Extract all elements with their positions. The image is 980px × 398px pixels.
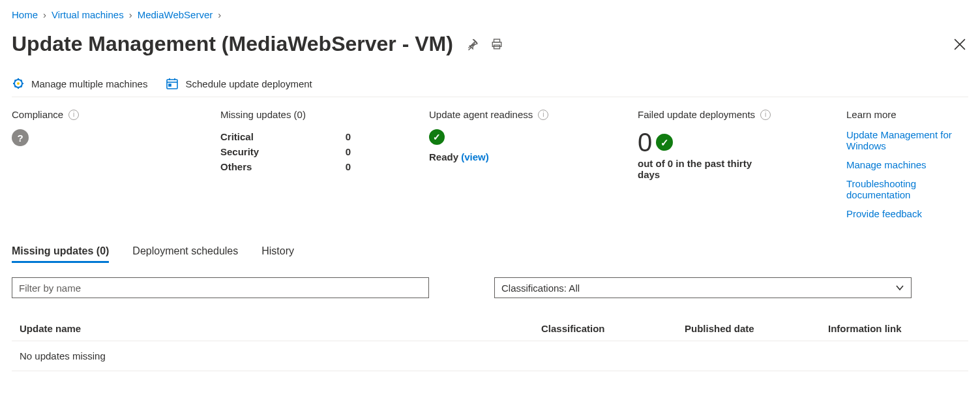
filter-row: Classifications: All bbox=[12, 277, 968, 298]
security-label: Security bbox=[220, 146, 259, 157]
critical-value: 0 bbox=[346, 131, 351, 142]
tab-deployment-schedules[interactable]: Deployment schedules bbox=[132, 245, 238, 263]
breadcrumb-home[interactable]: Home bbox=[12, 9, 38, 20]
col-published-date[interactable]: Published date bbox=[685, 323, 828, 334]
link-manage-machines[interactable]: Manage machines bbox=[846, 159, 977, 170]
svg-rect-11 bbox=[169, 84, 171, 86]
link-update-mgmt-windows[interactable]: Update Management for Windows bbox=[846, 129, 977, 151]
command-bar: Manage multiple machines Schedule update… bbox=[12, 77, 968, 97]
manage-multiple-label: Manage multiple machines bbox=[31, 78, 147, 89]
failed-count: 0 bbox=[638, 129, 652, 155]
svg-point-6 bbox=[17, 82, 20, 85]
check-icon: ✓ bbox=[656, 134, 673, 151]
pin-icon[interactable] bbox=[466, 38, 478, 50]
compliance-label: Compliance bbox=[12, 109, 63, 120]
classification-value: Classifications: All bbox=[501, 283, 580, 294]
chevron-right-icon: › bbox=[218, 9, 221, 20]
learn-more-label: Learn more bbox=[846, 109, 897, 120]
page-title: Update Management (MediaWebServer - VM) bbox=[12, 32, 453, 56]
schedule-deployment-label: Schedule update deployment bbox=[185, 78, 312, 89]
summary-panel: Compliance i ? Missing updates (0) Criti… bbox=[12, 109, 968, 219]
tab-history[interactable]: History bbox=[261, 245, 294, 263]
breadcrumb: Home › Virtual machines › MediaWebServer… bbox=[12, 9, 968, 20]
updates-table: Update name Classification Published dat… bbox=[12, 316, 968, 371]
help-icon[interactable]: ? bbox=[12, 129, 29, 146]
readiness-section: Update agent readiness i ✓ Ready (view) bbox=[429, 109, 599, 219]
chevron-right-icon: › bbox=[43, 9, 46, 20]
info-icon[interactable]: i bbox=[538, 110, 548, 120]
col-classification[interactable]: Classification bbox=[541, 323, 685, 334]
missing-updates-section: Missing updates (0) Critical 0 Security … bbox=[220, 109, 390, 219]
critical-label: Critical bbox=[220, 131, 254, 142]
print-icon[interactable] bbox=[491, 38, 503, 50]
missing-updates-label: Missing updates (0) bbox=[220, 109, 306, 120]
chevron-right-icon: › bbox=[129, 9, 132, 20]
calendar-icon bbox=[166, 77, 179, 90]
learn-more-section: Learn more Update Management for Windows… bbox=[846, 109, 977, 219]
table-header: Update name Classification Published dat… bbox=[12, 316, 968, 341]
tab-strip: Missing updates (0) Deployment schedules… bbox=[12, 245, 968, 263]
failed-label: Failed update deployments bbox=[638, 109, 755, 120]
close-icon[interactable] bbox=[951, 36, 968, 53]
link-feedback[interactable]: Provide feedback bbox=[846, 208, 977, 219]
check-icon: ✓ bbox=[429, 129, 445, 145]
info-icon[interactable]: i bbox=[68, 110, 79, 120]
compliance-section: Compliance i ? bbox=[12, 109, 181, 219]
filter-name-input[interactable] bbox=[12, 277, 429, 298]
col-information-link[interactable]: Information link bbox=[828, 323, 960, 334]
info-icon[interactable]: i bbox=[760, 110, 771, 120]
breadcrumb-resource[interactable]: MediaWebServer bbox=[138, 9, 213, 20]
failed-subtext: out of 0 in the past thirty days bbox=[638, 158, 762, 180]
manage-multiple-button[interactable]: Manage multiple machines bbox=[12, 77, 147, 90]
gear-icon bbox=[12, 77, 25, 90]
readiness-view-link[interactable]: (view) bbox=[461, 151, 489, 162]
readiness-status: Ready bbox=[429, 151, 458, 162]
tab-missing-updates[interactable]: Missing updates (0) bbox=[12, 245, 109, 263]
classification-select[interactable]: Classifications: All bbox=[494, 277, 912, 298]
failed-deployments-section: Failed update deployments i 0 ✓ out of 0… bbox=[638, 109, 807, 219]
readiness-label: Update agent readiness bbox=[429, 109, 533, 120]
others-value: 0 bbox=[346, 161, 351, 172]
col-update-name[interactable]: Update name bbox=[20, 323, 541, 334]
schedule-deployment-button[interactable]: Schedule update deployment bbox=[166, 77, 312, 90]
others-label: Others bbox=[220, 161, 252, 172]
page-header: Update Management (MediaWebServer - VM) bbox=[12, 32, 968, 56]
link-troubleshooting[interactable]: Troubleshooting documentation bbox=[846, 178, 977, 200]
breadcrumb-vms[interactable]: Virtual machines bbox=[52, 9, 124, 20]
chevron-down-icon bbox=[895, 283, 904, 292]
table-empty-row: No updates missing bbox=[12, 341, 968, 371]
security-value: 0 bbox=[346, 146, 351, 157]
